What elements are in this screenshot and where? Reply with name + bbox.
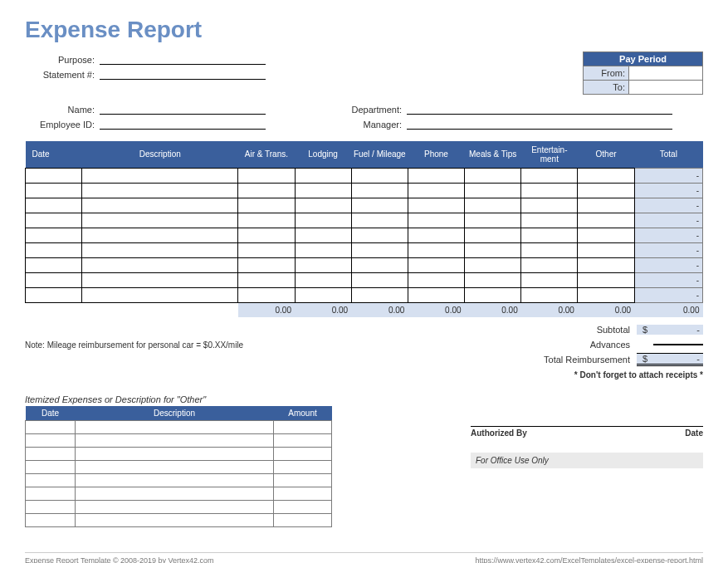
itemized-cell[interactable]	[76, 487, 274, 501]
table-cell[interactable]	[26, 228, 82, 242]
table-cell[interactable]	[295, 198, 351, 213]
table-cell[interactable]	[521, 272, 578, 287]
table-cell[interactable]	[465, 183, 521, 198]
table-cell[interactable]	[295, 228, 351, 242]
table-cell[interactable]	[408, 287, 464, 302]
itemized-cell[interactable]	[26, 448, 76, 461]
itemized-cell[interactable]	[76, 434, 274, 448]
table-cell[interactable]	[521, 257, 578, 272]
table-cell[interactable]	[26, 242, 82, 257]
table-cell[interactable]	[578, 287, 634, 302]
table-cell[interactable]	[82, 168, 238, 183]
table-cell[interactable]	[465, 242, 521, 257]
itemized-cell[interactable]	[76, 421, 274, 434]
table-cell[interactable]	[465, 168, 521, 183]
table-cell[interactable]	[351, 242, 408, 257]
itemized-cell[interactable]	[76, 448, 274, 461]
itemized-cell[interactable]	[274, 501, 332, 514]
table-cell[interactable]	[521, 242, 578, 257]
table-cell[interactable]	[82, 213, 238, 228]
table-cell[interactable]	[26, 213, 82, 228]
table-cell[interactable]	[351, 198, 408, 213]
table-cell[interactable]	[521, 213, 578, 228]
table-cell[interactable]	[295, 272, 351, 287]
table-cell[interactable]	[82, 198, 238, 213]
table-cell[interactable]	[465, 287, 521, 302]
table-cell[interactable]	[521, 168, 578, 183]
table-cell[interactable]	[465, 272, 521, 287]
table-cell[interactable]	[578, 228, 634, 242]
itemized-cell[interactable]	[274, 474, 332, 487]
itemized-cell[interactable]	[26, 514, 76, 527]
itemized-cell[interactable]	[26, 501, 76, 514]
table-cell[interactable]	[521, 228, 578, 242]
table-cell[interactable]	[238, 168, 295, 183]
table-cell[interactable]	[295, 257, 351, 272]
table-cell[interactable]	[351, 257, 408, 272]
itemized-cell[interactable]	[26, 421, 76, 434]
table-cell[interactable]	[351, 168, 408, 183]
itemized-cell[interactable]	[274, 448, 332, 461]
employee-id-input[interactable]	[100, 116, 266, 130]
table-cell[interactable]	[578, 257, 634, 272]
table-cell[interactable]	[408, 228, 464, 242]
table-cell[interactable]	[238, 228, 295, 242]
table-cell[interactable]	[351, 272, 408, 287]
pay-to-value[interactable]	[629, 81, 702, 94]
itemized-cell[interactable]	[26, 461, 76, 474]
table-cell[interactable]	[521, 287, 578, 302]
table-cell[interactable]	[26, 198, 82, 213]
table-cell[interactable]	[465, 257, 521, 272]
itemized-cell[interactable]	[26, 434, 76, 448]
table-cell[interactable]	[26, 272, 82, 287]
table-cell[interactable]	[521, 183, 578, 198]
table-cell[interactable]	[578, 168, 634, 183]
table-cell[interactable]	[351, 228, 408, 242]
itemized-cell[interactable]	[76, 501, 274, 514]
department-input[interactable]	[407, 101, 672, 115]
itemized-cell[interactable]	[76, 514, 274, 527]
table-cell[interactable]	[82, 272, 238, 287]
itemized-cell[interactable]	[274, 434, 332, 448]
table-cell[interactable]	[465, 198, 521, 213]
table-cell[interactable]	[351, 183, 408, 198]
table-cell[interactable]	[238, 198, 295, 213]
itemized-cell[interactable]	[26, 487, 76, 501]
table-cell[interactable]	[295, 287, 351, 302]
table-cell[interactable]	[578, 198, 634, 213]
table-cell[interactable]	[465, 213, 521, 228]
itemized-cell[interactable]	[76, 461, 274, 474]
itemized-cell[interactable]	[274, 514, 332, 527]
itemized-cell[interactable]	[274, 487, 332, 501]
table-cell[interactable]	[408, 213, 464, 228]
table-cell[interactable]	[408, 168, 464, 183]
statement-input[interactable]	[100, 66, 266, 80]
table-cell[interactable]	[578, 272, 634, 287]
table-cell[interactable]	[408, 198, 464, 213]
table-cell[interactable]	[351, 287, 408, 302]
name-input[interactable]	[100, 101, 266, 115]
table-cell[interactable]	[26, 168, 82, 183]
table-cell[interactable]	[26, 287, 82, 302]
table-cell[interactable]	[82, 257, 238, 272]
table-cell[interactable]	[295, 168, 351, 183]
table-cell[interactable]	[578, 242, 634, 257]
purpose-input[interactable]	[100, 51, 266, 65]
manager-input[interactable]	[407, 116, 672, 130]
table-cell[interactable]	[82, 242, 238, 257]
table-cell[interactable]	[26, 257, 82, 272]
table-cell[interactable]	[295, 213, 351, 228]
advances-value[interactable]	[653, 344, 703, 345]
table-cell[interactable]	[578, 213, 634, 228]
itemized-cell[interactable]	[26, 474, 76, 487]
table-cell[interactable]	[238, 287, 295, 302]
table-cell[interactable]	[295, 183, 351, 198]
table-cell[interactable]	[521, 198, 578, 213]
table-cell[interactable]	[26, 183, 82, 198]
table-cell[interactable]	[82, 183, 238, 198]
table-cell[interactable]	[238, 257, 295, 272]
itemized-cell[interactable]	[76, 474, 274, 487]
table-cell[interactable]	[238, 213, 295, 228]
itemized-cell[interactable]	[274, 421, 332, 434]
table-cell[interactable]	[295, 242, 351, 257]
